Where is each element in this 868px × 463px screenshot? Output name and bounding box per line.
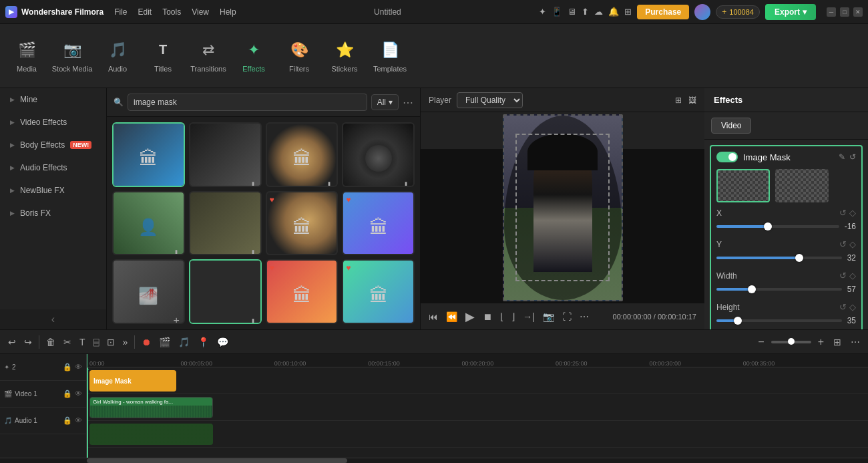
minimize-button[interactable]: ─ [827, 7, 836, 17]
reset-width-icon[interactable]: ↺ [839, 271, 847, 281]
effect-card-old-video[interactable]: ⬇ Old video [189, 191, 262, 256]
reset-effect-icon[interactable]: ↺ [849, 152, 856, 162]
toolbar-filters[interactable]: 🎨 Filters [278, 29, 320, 83]
sidebar-item-newblue-fx[interactable]: ▶ NewBlue FX [0, 179, 106, 202]
keyframe-x-icon[interactable]: ◇ [849, 208, 856, 218]
stop-button[interactable]: ⏹ [483, 311, 492, 322]
redo-button[interactable]: ↪ [21, 335, 35, 349]
text-button[interactable]: T [77, 335, 88, 349]
export-button[interactable]: Export ▾ [765, 4, 816, 20]
more-controls-button[interactable]: ⋯ [580, 311, 589, 322]
toolbar-effects[interactable]: ✦ Effects [232, 29, 275, 83]
effect-card-border[interactable]: ⬇ Border [189, 122, 262, 187]
track-eye-icon[interactable]: 👁 [75, 363, 82, 371]
track-settings-button[interactable]: ⊞ [831, 335, 844, 349]
maximize-button[interactable]: □ [840, 7, 849, 17]
zoom-out-button[interactable]: − [755, 335, 767, 349]
track-audio-eye-icon[interactable]: 👁 [75, 416, 82, 425]
mark-in-button[interactable]: ⌊ [500, 311, 503, 322]
record-button[interactable]: ⏺ [139, 335, 154, 349]
track-video-lock-icon[interactable]: 🔒 [63, 390, 72, 398]
image-icon[interactable]: 🖼 [688, 96, 696, 105]
reset-x-icon[interactable]: ↺ [839, 208, 847, 218]
toolbar-stock-media[interactable]: 📷 Stock Media [51, 29, 93, 83]
menu-view[interactable]: View [192, 7, 209, 17]
clip-audio[interactable] [89, 424, 213, 445]
toolbar-titles[interactable]: T Titles [142, 29, 184, 83]
effect-card-shape-mask[interactable]: ♥ 🏛 Shape Mask [266, 191, 339, 256]
effect-card-highlight-mask-03[interactable]: ♥ 🏛 Highlight Mask 03 [266, 259, 339, 324]
effect-card-image-mask[interactable]: 🏛 Image Mask [112, 122, 185, 187]
clip-image-mask[interactable]: Image Mask [89, 370, 176, 392]
slider-y[interactable] [716, 257, 842, 259]
zoom-in-button[interactable]: + [815, 335, 827, 349]
cut-button[interactable]: ✂ [61, 335, 74, 349]
split-button[interactable]: ⌸ [91, 335, 101, 349]
sidebar-item-boris-fx[interactable]: ▶ Boris FX [0, 202, 106, 224]
effect-toggle[interactable] [716, 152, 738, 162]
export-frame-button[interactable]: →| [523, 311, 535, 322]
filter-dropdown[interactable]: All ▾ [371, 94, 399, 110]
reset-height-icon[interactable]: ↺ [839, 302, 847, 312]
effect-card-horror[interactable]: ⬇ Horror Film Filte... [342, 122, 415, 187]
effect-card-round-close[interactable]: 🏛 ⬇ Round Close [266, 122, 339, 187]
delete-button[interactable]: 🗑 [43, 335, 58, 349]
keyframe-height-icon[interactable]: ◇ [849, 302, 856, 312]
step-back-button[interactable]: ⏪ [446, 311, 457, 322]
reset-y-icon[interactable]: ↺ [839, 239, 847, 249]
user-avatar[interactable] [694, 4, 710, 20]
menu-file[interactable]: File [114, 7, 127, 17]
effect-card-canvas[interactable]: 🌁 + Canvas [112, 259, 185, 324]
add-marker-button[interactable]: 📍 [195, 335, 212, 349]
toolbar-audio[interactable]: 🎵 Audio [96, 29, 139, 83]
sidebar-item-audio-effects[interactable]: ▶ Audio Effects [0, 156, 106, 179]
toolbar-templates[interactable]: 📄 Templates [369, 29, 411, 83]
sidebar-item-body-effects[interactable]: ▶ Body Effects NEW! [0, 134, 106, 156]
collapse-panel-button[interactable]: ‹ [0, 309, 106, 329]
crop-button[interactable]: ⊡ [104, 335, 118, 349]
effect-card-highlight-mask-01[interactable]: ♥ 🏛 Highlight Mask 01 [342, 191, 415, 256]
quality-select[interactable]: Full Quality [457, 92, 523, 108]
search-input[interactable] [128, 94, 367, 111]
edit-effect-icon[interactable]: ✎ [839, 152, 845, 162]
slider-x[interactable] [716, 225, 839, 228]
mark-out-button[interactable]: ⌋ [511, 311, 515, 322]
effect-card-highlight-mask-02[interactable]: ♥ 🏛 Highlight Mask 02 [342, 259, 415, 324]
more-tools-button[interactable]: » [120, 335, 131, 349]
sidebar-item-video-effects[interactable]: ▶ Video Effects [0, 111, 106, 134]
effect-card-overlay-02[interactable]: ⬇ Overlay 02 [189, 259, 262, 324]
effect-card-slant-blur[interactable]: 👤 ⬇ Slant Blur [112, 191, 185, 256]
slider-width[interactable] [716, 288, 842, 291]
mask-thumb-2[interactable] [775, 169, 829, 202]
undo-button[interactable]: ↩ [5, 335, 19, 349]
snapshot-button[interactable]: 📷 [543, 311, 554, 322]
add-subtitle-button[interactable]: 💬 [214, 335, 231, 349]
toolbar-media[interactable]: 🎬 Media [5, 29, 48, 83]
sidebar-item-mine[interactable]: ▶ Mine [0, 88, 106, 111]
mask-thumb-1[interactable] [716, 169, 770, 202]
menu-tools[interactable]: Tools [162, 7, 181, 17]
menu-edit[interactable]: Edit [138, 7, 152, 17]
track-audio-lock-icon[interactable]: 🔒 [63, 416, 72, 425]
menu-help[interactable]: Help [220, 7, 236, 17]
close-button[interactable]: ✕ [853, 7, 863, 17]
clip-girl-walking[interactable]: Girl Walking - woman walking fa... [89, 397, 213, 418]
go-start-button[interactable]: ⏮ [429, 311, 438, 322]
purchase-button[interactable]: Purchase [637, 5, 689, 19]
more-options-button[interactable]: ⋯ [403, 96, 413, 109]
track-lock-icon[interactable]: 🔒 [63, 363, 72, 371]
zoom-slider[interactable] [771, 341, 811, 343]
slider-height[interactable] [716, 319, 842, 322]
fullscreen-button[interactable]: ⛶ [562, 311, 572, 322]
tab-video[interactable]: Video [711, 118, 751, 134]
track-video-eye-icon[interactable]: 👁 [75, 390, 82, 398]
keyframe-y-icon[interactable]: ◇ [849, 239, 856, 249]
play-button[interactable]: ▶ [465, 309, 475, 324]
timeline-scrollbar[interactable] [0, 458, 868, 463]
grid-view-icon[interactable]: ⊞ [675, 96, 682, 105]
add-audio-button[interactable]: 🎵 [176, 335, 192, 349]
keyframe-width-icon[interactable]: ◇ [849, 271, 856, 281]
add-video-button[interactable]: 🎬 [156, 335, 173, 349]
toolbar-transitions[interactable]: ⇄ Transitions [187, 29, 230, 83]
toolbar-stickers[interactable]: ⭐ Stickers [323, 29, 366, 83]
